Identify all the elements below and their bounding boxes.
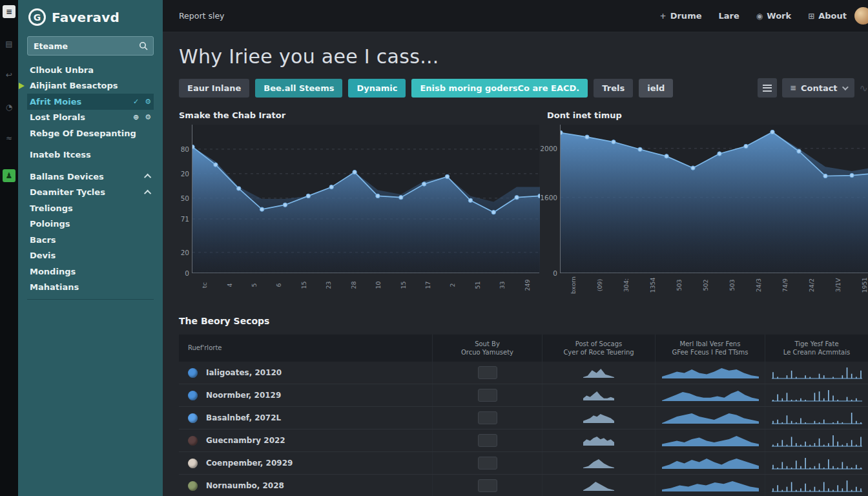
sidebar-item-deamiter-tycles[interactable]: Deamiter Tycles [27,185,154,201]
sidebar-item-label: Afrit Moies [30,97,81,107]
row-spark-small-cell [542,429,656,451]
row-spark-spiky-cell [765,362,868,384]
topnav-label: About [818,11,847,21]
row-name-cell: Nornaumbo, 2028 [179,475,433,496]
value-box[interactable] [478,457,497,470]
filter-button-3[interactable]: Enisb moring godersCo are EACD. [411,79,588,98]
table-row[interactable]: Basalnbef, 2072L [179,407,868,429]
row-spark-small-cell [542,407,656,429]
chart-plot-0[interactable]: 80205071200 [192,125,539,273]
row-name-cell: Ialigoates, 20120 [179,362,433,384]
sidebar-item-poloings[interactable]: Poloings [27,216,154,232]
filter-button-0[interactable]: Eaur Inlane [179,79,249,98]
chevron-up-icon[interactable] [144,190,151,197]
gear-icon[interactable]: ⚙ [145,113,151,121]
back-arrow-icon[interactable]: ↩ [3,68,16,81]
clock-icon[interactable]: ◔ [3,101,16,114]
y-tick-label: 1600 [540,194,557,202]
x-tick-label: 2 [440,276,464,298]
row-name-cell: Guecnambry 2022 [179,429,433,451]
document-icon[interactable]: ▤ [3,37,16,50]
sidebar-item-lost-plorals[interactable]: Lost Plorals⊕⚙ [27,110,154,126]
column-header-0[interactable]: Ruef'rlorte [179,335,433,362]
value-box[interactable] [478,366,497,379]
search-icon[interactable] [139,41,149,54]
column-header-line1: Ruef'rlorte [188,344,222,353]
list-view-button[interactable] [758,78,777,98]
table-row[interactable]: Nornaumbo, 2028 [179,475,868,496]
contact-dropdown[interactable]: ≡ Contact [782,78,854,98]
menu-book-icon[interactable]: ≡ [3,5,16,18]
row-spark-spiky-cell [765,452,868,474]
user-green-icon[interactable]: ♟ [3,169,16,182]
chevron-up-icon[interactable] [144,174,151,181]
table-row[interactable]: Noormber, 20129 [179,384,868,407]
topnav-about[interactable]: ⊞About [808,11,847,21]
filter-button-5[interactable]: ield [639,79,673,98]
sparkline [772,411,862,424]
icon-rail: ≡▤↩◔≈♟ [0,0,18,496]
main-content: Why Iriee you aee I cass... Eaur InlaneB… [163,32,868,496]
row-spark-mid-cell [656,362,765,384]
value-box[interactable] [478,411,497,424]
filter-button-4[interactable]: Trels [594,79,633,98]
x-tick-label: 10 [366,276,390,298]
column-header-line2: GFee Fceus I Fed TTsms [672,348,748,357]
play-icon [19,83,25,89]
filter-button-1[interactable]: Bee.all Steems [255,79,342,98]
topnav-lare[interactable]: Lare [719,11,739,21]
logo: G Faveravd [18,0,163,32]
avatar [188,391,198,400]
sidebar-item-bacrs[interactable]: Bacrs [27,232,154,248]
table-row[interactable]: Coenpember, 20929 [179,452,868,475]
sidebar-item-inateb-itcess[interactable]: Inateb Itcess [27,147,154,163]
sidebar-item-label: Rebge Of Desepanting [30,129,136,138]
column-header-4[interactable]: Tige Yesf FateLe Creann Acmmtais [765,335,868,362]
table-section: The Beory Secops Ruef'rlorteSout ByOrcuo… [179,316,868,496]
chart-svg-0 [192,125,540,273]
logo-g-icon: G [28,8,46,26]
gear-icon[interactable]: ⚙ [145,98,151,106]
chart-plot-1[interactable]: 200016000 [560,125,868,273]
sidebar-item-mondings[interactable]: Mondings [27,264,154,280]
activity-icon[interactable]: ≈ [3,132,16,145]
column-header-line1: Merl Ibal Vesr Fens [680,340,741,349]
check-icon[interactable]: ✓ [133,98,139,106]
charts-row: Smake the Chab Irator80205071200tc456152… [179,110,868,298]
y-tick-label: 80 [181,145,189,153]
table-row[interactable]: Guecnambry 2022 [179,429,868,452]
row-name: Ialigoates, 20120 [206,368,282,377]
table-title: The Beory Secops [179,316,868,326]
globe-icon[interactable]: ⊕ [133,113,139,121]
table-row[interactable]: Ialigoates, 20120 [179,362,868,384]
avatar[interactable] [854,7,868,25]
sidebar-item-afrit-moies[interactable]: Afrit Moies✓⚙ [27,94,154,110]
row-spark-small-cell [542,452,656,474]
value-box[interactable] [478,434,497,447]
row-soutby-cell [433,407,542,429]
topnav-work[interactable]: ◉Work [756,11,791,21]
column-header-3[interactable]: Merl Ibal Vesr FensGFee Fceus I Fed TTsm… [656,335,765,362]
sidebar-item-devis[interactable]: Devis [27,248,154,264]
sparkline [583,458,614,468]
sidebar-item-aihjiant-besactops[interactable]: Aihjiant Besactops [27,78,154,94]
value-box[interactable] [478,479,497,492]
sidebar-item-treliongs[interactable]: Treliongs [27,200,154,216]
sidebar-search[interactable] [27,36,154,56]
sidebar-item-rebge-of-desepanting[interactable]: Rebge Of Desepanting [27,125,154,141]
sparkline [772,434,862,447]
sparkline [583,390,614,400]
sidebar-item-ballans-devices[interactable]: Ballans Devices [27,169,154,185]
topnav-drume[interactable]: +Drume [660,11,702,21]
search-input[interactable] [28,37,153,55]
x-tick-label: (09) [586,276,613,298]
column-header-2[interactable]: Post of SocagsCyer of Roce Teuering [542,335,656,362]
filter-button-2[interactable]: Dynamic [348,79,406,98]
sidebar-item-clhouk-unbra[interactable]: Clhouk Unbra [27,62,154,78]
sidebar-item-mahatians[interactable]: Mahatians [27,280,154,296]
value-box[interactable] [478,389,497,402]
signature-icon[interactable]: ∿ [860,82,868,94]
column-header-1[interactable]: Sout ByOrcuo Yamusety [433,335,542,362]
row-spark-mid-cell [656,407,765,429]
y-tick-label: 50 [181,194,189,202]
